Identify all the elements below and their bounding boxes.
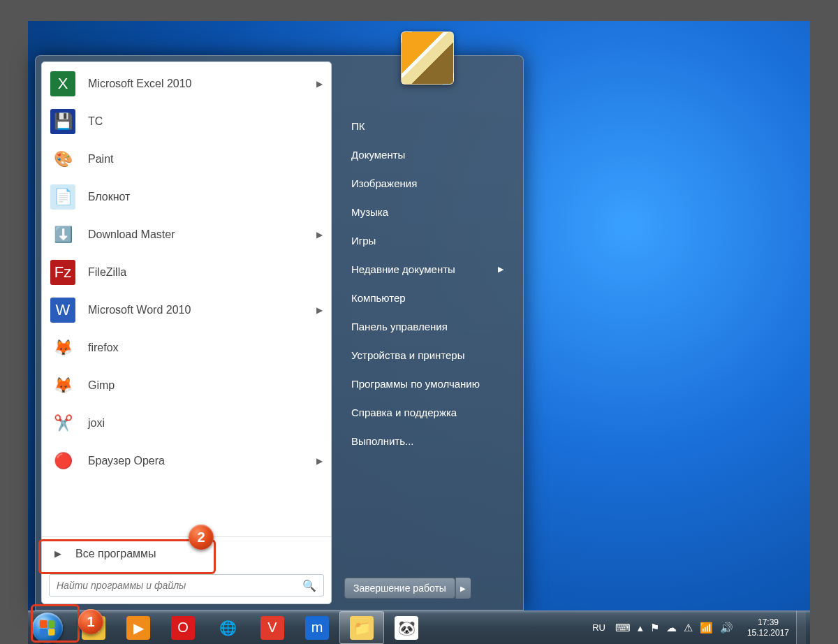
system-item[interactable]: Музыка: [344, 198, 510, 226]
tray-icons: ⌨ ▴ ⚑ ☁ ⚠ 📶 🔊: [608, 622, 740, 634]
letterbox: [0, 0, 28, 644]
program-label: Paint: [88, 153, 113, 166]
system-item-label: Изображения: [351, 177, 417, 189]
opera-icon: O: [171, 616, 195, 640]
program-item[interactable]: 🎨Paint: [42, 140, 331, 178]
windows-flag-icon: [40, 620, 55, 636]
cloud-icon[interactable]: ☁: [666, 622, 677, 634]
system-item[interactable]: Программы по умолчанию: [344, 369, 510, 398]
system-item[interactable]: Выполнить...: [344, 427, 510, 455]
start-menu-right-pane: ПКДокументыИзображенияМузыкаИгрыНедавние…: [332, 56, 523, 610]
taskbar-item[interactable]: 🐼: [384, 611, 429, 644]
program-label: Gimp: [88, 379, 115, 392]
shutdown-button[interactable]: Завершение работы: [344, 578, 455, 599]
system-item[interactable]: Панель управления: [344, 312, 510, 341]
clock-date: 15.12.2017: [747, 628, 789, 638]
shutdown-label: Завершение работы: [353, 583, 446, 594]
taskbar-item[interactable]: m: [295, 611, 339, 644]
letterbox: [810, 0, 838, 644]
notepad-icon: 📄: [50, 184, 75, 210]
panda-icon: 🐼: [395, 616, 418, 640]
user-picture[interactable]: [401, 31, 454, 85]
system-item[interactable]: Недавние документы▶: [344, 255, 510, 284]
system-item[interactable]: Компьютер: [344, 284, 510, 312]
tc-icon: 💾: [50, 109, 75, 134]
wmp-icon: ▶: [126, 616, 150, 640]
explorer-icon: 🗂: [82, 616, 105, 640]
system-item-label: Музыка: [351, 206, 388, 218]
submenu-arrow-icon: ▶: [316, 230, 323, 240]
system-item[interactable]: Устройства и принтеры: [344, 341, 510, 369]
flag-icon[interactable]: ⚑: [650, 622, 659, 634]
letterbox: [0, 0, 838, 21]
program-label: firefox: [88, 342, 119, 354]
taskbar-item[interactable]: 📁: [339, 611, 384, 644]
program-item[interactable]: FzFileZilla: [42, 254, 331, 291]
program-label: Microsoft Word 2010: [88, 304, 191, 316]
taskbar-item[interactable]: ▶: [116, 611, 161, 644]
system-item-label: Недавние документы: [351, 263, 455, 275]
program-label: TC: [88, 115, 103, 128]
taskbar-item[interactable]: V: [250, 611, 295, 644]
taskbar-clock[interactable]: 17:39 15.12.2017: [740, 617, 796, 638]
network-alert-icon[interactable]: ⚠: [684, 622, 693, 634]
opera-icon: 🔴: [50, 448, 75, 474]
wifi-icon[interactable]: 📶: [700, 622, 713, 634]
program-item[interactable]: 💾TC: [42, 103, 331, 140]
word-icon: W: [50, 298, 75, 323]
submenu-arrow-icon: ▶: [498, 265, 503, 274]
program-item[interactable]: 🔴Браузер Opera▶: [42, 442, 331, 480]
program-label: Браузер Opera: [88, 455, 165, 467]
filezilla-icon: Fz: [50, 260, 75, 285]
language-indicator[interactable]: RU: [589, 621, 608, 634]
keyboard-icon[interactable]: ⌨: [615, 622, 631, 634]
show-desktop-button[interactable]: [796, 611, 806, 645]
program-label: Блокнот: [88, 191, 130, 203]
all-programs-button[interactable]: ▶ Все программы: [42, 536, 331, 570]
start-menu: XMicrosoft Excel 2010▶💾TC🎨Paint📄Блокнот⬇…: [35, 55, 524, 610]
taskbar-pinned: 🗂▶O🌐Vm📁🐼: [71, 611, 429, 644]
program-item[interactable]: XMicrosoft Excel 2010▶: [42, 65, 331, 103]
system-item-label: Панель управления: [351, 321, 448, 332]
system-item[interactable]: Справка и поддержка: [344, 398, 510, 427]
chevron-right-icon: ▶: [54, 548, 61, 559]
submenu-arrow-icon: ▶: [316, 79, 323, 89]
search-input[interactable]: [57, 580, 302, 591]
excel-icon: X: [50, 71, 75, 96]
system-item-label: Игры: [351, 235, 376, 247]
shutdown-options-button[interactable]: ▶: [455, 578, 471, 599]
all-programs-label: Все программы: [75, 548, 156, 560]
system-item[interactable]: Игры: [344, 226, 510, 255]
firefox-icon: 🦊: [50, 335, 75, 360]
maxthon-icon: m: [305, 616, 329, 640]
gimp-icon: 🦊: [50, 373, 75, 398]
taskbar-item[interactable]: 🌐: [205, 611, 250, 644]
taskbar: 🗂▶O🌐Vm📁🐼 RU ⌨ ▴ ⚑ ☁ ⚠ 📶 🔊 17:39 15.12.20…: [28, 610, 810, 644]
download-master-icon: ⬇️: [50, 222, 75, 247]
program-item[interactable]: ✂️joxi: [42, 404, 331, 442]
system-item-label: Справка и поддержка: [351, 407, 457, 418]
program-item[interactable]: 🦊firefox: [42, 329, 331, 367]
system-item[interactable]: ПК: [344, 112, 510, 140]
program-item[interactable]: 📄Блокнот: [42, 178, 331, 216]
system-item-label: Выполнить...: [351, 435, 414, 447]
vivaldi-icon: V: [260, 616, 284, 640]
screenshot-root: XMicrosoft Excel 2010▶💾TC🎨Paint📄Блокнот⬇…: [0, 0, 838, 644]
start-button[interactable]: [28, 611, 67, 645]
program-item[interactable]: WMicrosoft Word 2010▶: [42, 291, 331, 329]
volume-icon[interactable]: 🔊: [720, 622, 733, 634]
start-menu-left-pane: XMicrosoft Excel 2010▶💾TC🎨Paint📄Блокнот⬇…: [41, 61, 332, 604]
program-list: XMicrosoft Excel 2010▶💾TC🎨Paint📄Блокнот⬇…: [42, 62, 331, 536]
search-box[interactable]: 🔍: [49, 574, 324, 597]
tray-chevron-icon[interactable]: ▴: [638, 622, 643, 634]
taskbar-item[interactable]: 🗂: [71, 611, 116, 644]
program-label: Download Master: [88, 228, 175, 241]
taskbar-item[interactable]: O: [161, 611, 205, 644]
system-item[interactable]: Изображения: [344, 169, 510, 198]
program-item[interactable]: 🦊Gimp: [42, 367, 331, 404]
program-item[interactable]: ⬇️Download Master▶: [42, 216, 331, 254]
system-item-label: Документы: [351, 149, 405, 161]
system-item-label: Компьютер: [351, 292, 406, 304]
chevron-right-icon: ▶: [460, 585, 466, 592]
system-item[interactable]: Документы: [344, 140, 510, 169]
